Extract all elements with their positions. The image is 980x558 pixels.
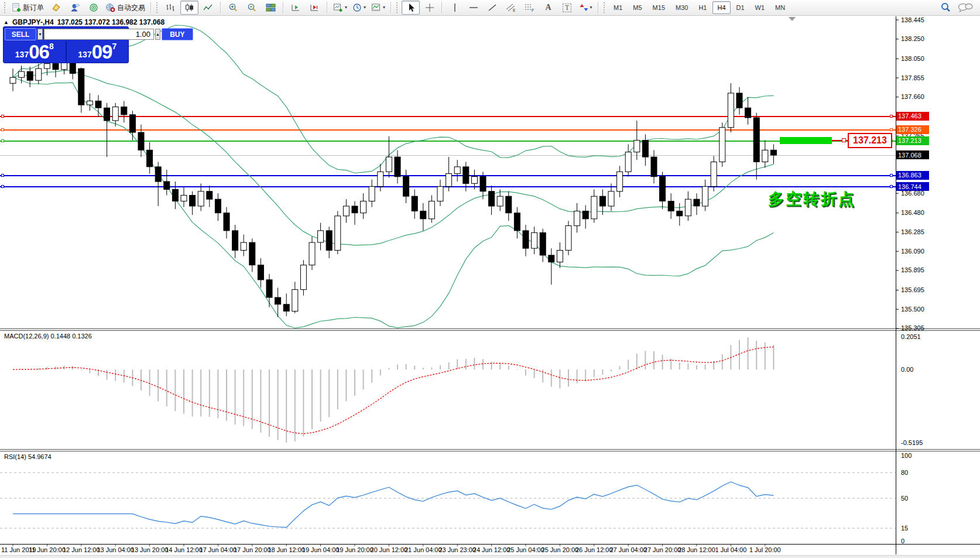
panel-separator[interactable] bbox=[0, 451, 980, 451]
crosshair-tool-button[interactable] bbox=[420, 1, 438, 15]
level-anchor[interactable] bbox=[890, 185, 893, 188]
price-level-line-136.744[interactable] bbox=[0, 186, 896, 187]
new-order-icon bbox=[12, 3, 21, 12]
bar-chart-button[interactable] bbox=[162, 1, 180, 15]
price-level-line-137.213[interactable] bbox=[0, 141, 896, 142]
text-tool-button[interactable]: A bbox=[539, 1, 557, 15]
indicators-button[interactable]: ▾ bbox=[369, 1, 388, 15]
autotrading-button[interactable]: 自动交易 bbox=[103, 1, 148, 15]
quote-panel-collapse-icon[interactable]: ▲ bbox=[4, 19, 9, 25]
buy-price[interactable]: 137 09 7 bbox=[67, 41, 129, 62]
cursor-tool-button[interactable] bbox=[402, 1, 420, 15]
level-anchor[interactable] bbox=[1, 139, 4, 142]
timeframe-M30[interactable]: M30 bbox=[671, 1, 693, 14]
sell-price[interactable]: 137 06 8 bbox=[4, 41, 67, 62]
svg-text:E: E bbox=[513, 8, 516, 12]
level-anchor[interactable] bbox=[1, 185, 4, 188]
new-chart-button[interactable]: ▾ bbox=[331, 1, 349, 15]
x-tick-14 Jun 12:00: 14 Jun 12:00 bbox=[165, 546, 203, 553]
level-anchor[interactable] bbox=[890, 128, 893, 131]
x-tick-23 Jun 23:00: 23 Jun 23:00 bbox=[438, 546, 476, 553]
channel-tool-button[interactable]: E bbox=[502, 1, 520, 15]
x-tick-27 Jun 04:00: 27 Jun 04:00 bbox=[609, 546, 647, 553]
one-click-trading-panel: SELL ▼ ▲ BUY 137 06 8 137 09 7 bbox=[3, 26, 129, 63]
chart-canvas[interactable] bbox=[0, 0, 980, 558]
x-tick-26 Jun 12:00: 26 Jun 12:00 bbox=[575, 546, 613, 553]
chart-symbol-label: GBPJPY-,H4 bbox=[12, 18, 54, 26]
panel-separator[interactable] bbox=[0, 330, 980, 331]
y-tick-135.695: 135.695 bbox=[901, 286, 924, 293]
price-flag-label[interactable]: 137.213 bbox=[848, 133, 892, 148]
arrows-tool-button[interactable]: ▾ bbox=[577, 1, 595, 15]
chat-icon[interactable] bbox=[958, 2, 973, 13]
buy-button[interactable]: BUY bbox=[162, 28, 193, 40]
volume-increase-button[interactable]: ▲ bbox=[155, 29, 160, 40]
x-tick-17 Jun 20:00: 17 Jun 20:00 bbox=[234, 546, 271, 553]
arrows-icon bbox=[580, 3, 588, 12]
volume-input[interactable] bbox=[44, 29, 154, 40]
sell-price-big: 06 bbox=[29, 43, 49, 60]
fibonacci-tool-button[interactable]: F bbox=[520, 1, 539, 15]
text-label-tool-button[interactable]: T bbox=[558, 1, 576, 15]
level-anchor[interactable] bbox=[1, 128, 4, 131]
new-order-button[interactable]: 新订单 bbox=[9, 1, 46, 15]
x-tick-1 Jul 20:00: 1 Jul 20:00 bbox=[749, 546, 781, 553]
autotrading-label: 自动交易 bbox=[117, 3, 145, 13]
periods-button[interactable]: ▾ bbox=[350, 1, 368, 15]
level-anchor[interactable] bbox=[890, 115, 893, 118]
timeframe-H4[interactable]: H4 bbox=[712, 1, 730, 14]
level-anchor[interactable] bbox=[1, 115, 4, 118]
buy-price-prefix: 137 bbox=[78, 50, 91, 59]
sell-button[interactable]: SELL bbox=[5, 28, 36, 40]
price-flag-anchor[interactable] bbox=[842, 138, 846, 142]
level-anchor[interactable] bbox=[1, 174, 4, 177]
search-icon[interactable] bbox=[940, 2, 952, 13]
rsi-tick-100: 100 bbox=[901, 452, 912, 459]
candlestick-chart-button[interactable] bbox=[180, 1, 198, 15]
timeframe-MN[interactable]: MN bbox=[770, 1, 790, 14]
chart-shift-marker-icon[interactable] bbox=[789, 17, 796, 21]
data-window-icon bbox=[70, 3, 80, 12]
timeframe-bar: M1M5M15M30H1H4D1W1MN bbox=[609, 1, 790, 14]
timeframe-M15[interactable]: M15 bbox=[648, 1, 670, 14]
timeframe-M5[interactable]: M5 bbox=[628, 1, 646, 14]
periods-clock-icon bbox=[352, 3, 362, 12]
vertical-line-tool-button[interactable] bbox=[446, 1, 464, 15]
chart-ohlc-label: 137.025 137.072 136.982 137.068 bbox=[57, 18, 165, 26]
x-tick-19 Jun 04:00: 19 Jun 04:00 bbox=[302, 546, 340, 553]
main-toolbar: 新订单 自动交易 bbox=[0, 0, 980, 16]
timeframe-D1[interactable]: D1 bbox=[732, 1, 749, 14]
line-chart-button[interactable] bbox=[199, 1, 217, 15]
signals-button[interactable] bbox=[84, 1, 102, 15]
volume-decrease-button[interactable]: ▼ bbox=[37, 29, 43, 40]
zoom-out-button[interactable] bbox=[243, 1, 261, 15]
rsi-tick-80: 80 bbox=[901, 469, 908, 476]
highlight-bar-object[interactable] bbox=[780, 137, 832, 144]
rsi-tick-15: 15 bbox=[901, 525, 908, 532]
market-watch-button[interactable] bbox=[47, 1, 65, 15]
timeframe-H1[interactable]: H1 bbox=[694, 1, 711, 14]
line-chart-icon bbox=[203, 3, 213, 12]
price-badge-137.326: 137.326 bbox=[896, 125, 929, 134]
auto-scroll-button[interactable] bbox=[287, 1, 305, 15]
level-anchor[interactable] bbox=[890, 174, 893, 177]
timeframe-W1[interactable]: W1 bbox=[751, 1, 770, 14]
price-level-line-137.326[interactable] bbox=[0, 129, 896, 131]
price-level-line-137.068[interactable] bbox=[0, 155, 896, 156]
chart-bottom-frame bbox=[0, 544, 980, 545]
price-level-line-136.863[interactable] bbox=[0, 175, 896, 176]
horizontal-line-tool-button[interactable] bbox=[464, 1, 482, 15]
y-tick-138.050: 138.050 bbox=[901, 55, 924, 62]
chart-annotation-text[interactable]: 多空转折点 bbox=[768, 189, 856, 210]
tile-windows-button[interactable] bbox=[262, 1, 280, 15]
zoom-in-button[interactable] bbox=[224, 1, 242, 15]
y-tick-137.855: 137.855 bbox=[901, 74, 924, 81]
timeframe-M1[interactable]: M1 bbox=[609, 1, 627, 14]
price-badge-137.068: 137.068 bbox=[896, 150, 929, 159]
x-tick-27 Jun 20:00: 27 Jun 20:00 bbox=[644, 546, 681, 553]
price-level-line-137.463[interactable] bbox=[0, 116, 896, 117]
data-window-button[interactable] bbox=[66, 1, 84, 15]
trendline-tool-button[interactable] bbox=[483, 1, 501, 15]
chart-shift-button[interactable] bbox=[306, 1, 324, 15]
y-tick-135.305: 135.305 bbox=[901, 324, 924, 331]
